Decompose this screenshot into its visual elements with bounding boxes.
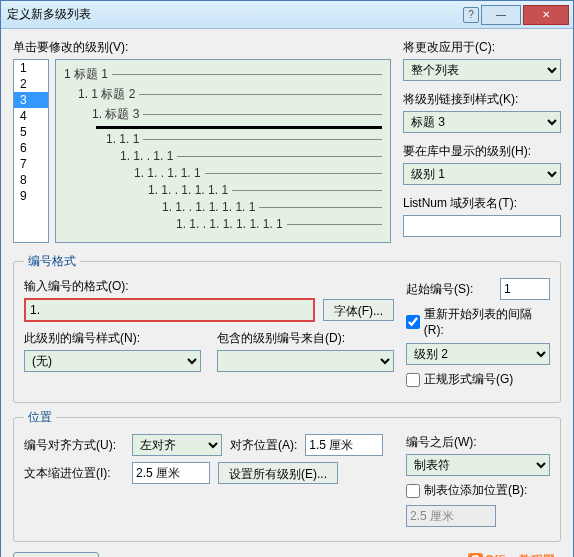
start-num-input[interactable] <box>500 278 550 300</box>
formal-checkbox[interactable] <box>406 373 420 387</box>
number-format-group: 编号格式 输入编号的格式(O): 字体(F)... 此级别的编号样式(N): (… <box>13 253 561 403</box>
align-at-input[interactable] <box>305 434 383 456</box>
num-style-label: 此级别的编号样式(N): <box>24 330 201 347</box>
window-title: 定义新多级列表 <box>5 6 463 23</box>
restart-checkbox[interactable] <box>406 315 420 329</box>
tab-label: 制表位添加位置(B): <box>424 482 527 499</box>
num-style-select[interactable]: (无) <box>24 350 201 372</box>
level-item[interactable]: 6 <box>14 140 48 156</box>
listnum-label: ListNum 域列表名(T): <box>403 195 561 212</box>
close-button[interactable]: ✕ <box>523 5 569 25</box>
include-from-label: 包含的级别编号来自(D): <box>217 330 394 347</box>
level-item[interactable]: 9 <box>14 188 48 204</box>
tab-checkbox[interactable] <box>406 484 420 498</box>
formal-label: 正规形式编号(G) <box>424 371 513 388</box>
link-style-label: 将级别链接到样式(K): <box>403 91 561 108</box>
after-select[interactable]: 制表符 <box>406 454 550 476</box>
apply-to-select[interactable]: 整个列表 <box>403 59 561 81</box>
link-style-select[interactable]: 标题 3 <box>403 111 561 133</box>
apply-to-label: 将更改应用于(C): <box>403 39 561 56</box>
indent-input[interactable] <box>132 462 210 484</box>
preview-pane: 1 标题 11. 1 标题 21. 标题 31. 1. 11. 1. . 1. … <box>55 59 391 243</box>
font-button[interactable]: 字体(F)... <box>323 299 394 321</box>
number-format-legend: 编号格式 <box>24 253 80 270</box>
level-item[interactable]: 1 <box>14 60 48 76</box>
level-item[interactable]: 7 <box>14 156 48 172</box>
watermark: OOffice教程网 www.office26.com <box>468 546 555 557</box>
show-level-select[interactable]: 级别 1 <box>403 163 561 185</box>
listnum-input[interactable] <box>403 215 561 237</box>
show-level-label: 要在库中显示的级别(H): <box>403 143 561 160</box>
position-legend: 位置 <box>24 409 56 426</box>
set-all-button[interactable]: 设置所有级别(E)... <box>218 462 338 484</box>
align-label: 编号对齐方式(U): <box>24 437 124 454</box>
level-item[interactable]: 4 <box>14 108 48 124</box>
indent-label: 文本缩进位置(I): <box>24 465 124 482</box>
levels-label: 单击要修改的级别(V): <box>13 39 391 56</box>
position-group: 位置 编号对齐方式(U): 左对齐 对齐位置(A): 文本缩进位置(I): 设置… <box>13 409 561 542</box>
level-item[interactable]: 5 <box>14 124 48 140</box>
level-list[interactable]: 1 2 3 4 5 6 7 8 9 <box>13 59 49 243</box>
tab-value-input <box>406 505 496 527</box>
level-item-selected[interactable]: 3 <box>14 92 48 108</box>
help-icon[interactable]: ? <box>463 7 479 23</box>
after-label: 编号之后(W): <box>406 434 550 451</box>
level-item[interactable]: 2 <box>14 76 48 92</box>
titlebar: 定义新多级列表 ? — ✕ <box>1 1 573 29</box>
restart-label: 重新开始列表的间隔(R): <box>424 306 550 337</box>
include-from-select[interactable] <box>217 350 394 372</box>
less-button[interactable]: << 更少(L) <box>13 552 99 557</box>
format-input-label: 输入编号的格式(O): <box>24 278 394 295</box>
level-item[interactable]: 8 <box>14 172 48 188</box>
align-at-label: 对齐位置(A): <box>230 437 297 454</box>
minimize-button[interactable]: — <box>481 5 521 25</box>
restart-level-select[interactable]: 级别 2 <box>406 343 550 365</box>
format-input[interactable] <box>24 298 315 322</box>
align-select[interactable]: 左对齐 <box>132 434 222 456</box>
start-num-label: 起始编号(S): <box>406 281 492 298</box>
